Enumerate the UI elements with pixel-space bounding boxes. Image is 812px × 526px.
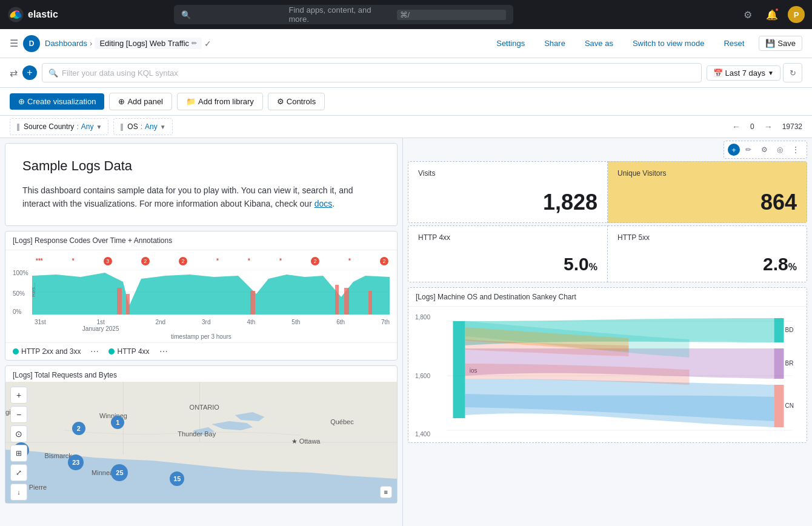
- date-range-button[interactable]: 📅 Last 7 days ▼: [707, 65, 780, 81]
- os-pipe: ‖: [120, 122, 124, 131]
- annotation-8: *: [279, 258, 282, 264]
- widget-add-icon[interactable]: +: [728, 144, 740, 156]
- sankey-title: [Logs] Machine OS and Destination Sankey…: [408, 288, 807, 307]
- reset-bearing-button[interactable]: ⊙: [10, 425, 27, 442]
- add-panel-button[interactable]: ⊕ Add panel: [109, 93, 172, 110]
- intro-body: This dashboard contains sample data for …: [22, 184, 380, 211]
- annotation-6: *: [216, 258, 219, 264]
- y-label-50: 50%: [13, 290, 30, 297]
- check-icon[interactable]: ✓: [204, 39, 211, 48]
- x-label-2nd: 2nd: [155, 319, 165, 332]
- library-icon: 📁: [186, 97, 196, 106]
- add-filter-button[interactable]: +: [22, 65, 37, 80]
- legend-more-4xx[interactable]: ⋯: [159, 347, 168, 356]
- pin-button[interactable]: ↓: [10, 484, 27, 501]
- svg-rect-11: [335, 285, 339, 315]
- svg-rect-12: [344, 288, 349, 315]
- svg-text:Res...: Res...: [32, 282, 36, 297]
- kql-placeholder: Filter your data using KQL syntax: [62, 68, 178, 78]
- breadcrumb-bar: ☰ D Dashboards › Editing [Logs] Web Traf…: [0, 29, 812, 58]
- cluster-25[interactable]: 25: [111, 464, 128, 481]
- x-label-5th: 5th: [291, 319, 300, 332]
- kql-search-input[interactable]: 🔍 Filter your data using KQL syntax: [42, 63, 702, 82]
- elastic-logo[interactable]: elastic: [7, 6, 58, 23]
- timestamp-label: timestamp per 3 hours: [13, 332, 390, 342]
- zoom-out-button[interactable]: −: [10, 406, 27, 423]
- legend-more-2xx[interactable]: ⋯: [90, 347, 99, 356]
- save-button[interactable]: 💾 Save: [759, 36, 802, 51]
- prev-page-arrow[interactable]: ←: [732, 122, 740, 132]
- response-chart-svg: Res...: [32, 270, 390, 315]
- save-icon: 💾: [765, 39, 775, 48]
- global-search[interactable]: 🔍 Find apps, content, and more. ⌘/: [174, 5, 513, 24]
- breadcrumb-dashboards[interactable]: Dashboards: [45, 39, 87, 48]
- save-as-button[interactable]: Save as: [580, 36, 618, 50]
- annotation-5: 2: [179, 257, 187, 265]
- expand-button[interactable]: ⤢: [10, 464, 27, 481]
- main-content: Sample Logs Data This dashboard contains…: [0, 138, 812, 526]
- legend-dot-4xx: [108, 348, 115, 355]
- chart-area: Res...: [32, 270, 390, 315]
- visits-value: 1,828: [418, 178, 597, 215]
- response-codes-widget: [Logs] Response Codes Over Time + Annota…: [5, 231, 398, 361]
- docs-link[interactable]: docs: [314, 199, 333, 208]
- annotation-4: 2: [141, 257, 150, 265]
- legend-label-2xx: HTTP 2xx and 3xx: [21, 347, 81, 356]
- legend-dot-2xx: [13, 348, 19, 355]
- settings-button[interactable]: Settings: [491, 36, 530, 50]
- map-legend-toggle[interactable]: ≡: [380, 486, 392, 498]
- chart-wrapper: 100% 50% 0%: [13, 267, 390, 318]
- refresh-button[interactable]: ↻: [783, 63, 802, 82]
- legend-http2xx: HTTP 2xx and 3xx: [13, 347, 81, 356]
- sankey-y-axis: 1,800 1,600 1,400: [408, 309, 433, 442]
- filter-bar: ⇄ + 🔍 Filter your data using KQL syntax …: [0, 58, 812, 88]
- controls-button[interactable]: ⚙ Controls: [268, 93, 325, 110]
- plus-circle-icon: ⊕: [18, 97, 25, 106]
- zoom-in-button[interactable]: +: [10, 387, 27, 404]
- create-visualization-button[interactable]: ⊕ Create visualization: [10, 93, 104, 110]
- svg-rect-28: [774, 385, 784, 427]
- filter-toggle-icon[interactable]: ⇄: [10, 67, 18, 79]
- settings-icon[interactable]: ⚙: [739, 6, 756, 23]
- widget-more-icon[interactable]: ⋮: [788, 142, 803, 157]
- sankey-y-1800: 1,800: [411, 314, 430, 321]
- switch-mode-button[interactable]: Switch to view mode: [628, 36, 710, 50]
- calendar-icon: 📅: [713, 68, 723, 78]
- x-label-7th: 7th: [381, 319, 390, 332]
- svg-rect-22: [453, 321, 465, 418]
- source-country-filter[interactable]: ‖ Source Country : Any ▼: [10, 118, 108, 135]
- logo-text: elastic: [28, 9, 58, 20]
- reset-button[interactable]: Reset: [719, 36, 749, 50]
- add-from-library-button[interactable]: 📁 Add from library: [177, 93, 263, 110]
- edit-title-icon[interactable]: ✏: [191, 39, 197, 47]
- cluster-2[interactable]: 2: [72, 422, 85, 435]
- cluster-15[interactable]: 15: [170, 471, 184, 486]
- breadcrumb-actions: Settings Share Save as Switch to view mo…: [491, 36, 802, 51]
- intro-title: Sample Logs Data: [22, 158, 380, 174]
- widget-inspect-icon[interactable]: ◎: [773, 142, 787, 157]
- share-button[interactable]: Share: [539, 36, 570, 50]
- sankey-svg: ios BD BR CN: [433, 309, 807, 442]
- svg-rect-10: [250, 291, 255, 315]
- cluster-23[interactable]: 23: [68, 454, 84, 470]
- svg-rect-24: [774, 318, 784, 342]
- page-current: 0: [750, 122, 754, 131]
- page-arrow-right[interactable]: →: [764, 122, 773, 132]
- http4xx-widget: HTTP 4xx 5.0%: [408, 225, 608, 282]
- notifications-icon[interactable]: 🔔: [764, 6, 780, 23]
- left-panel: Sample Logs Data This dashboard contains…: [0, 138, 403, 526]
- hamburger-menu[interactable]: ☰: [10, 38, 18, 49]
- http5xx-widget: HTTP 5xx 2.8%: [608, 225, 807, 282]
- widget-gear-icon[interactable]: ⚙: [757, 142, 771, 157]
- crosshair-button[interactable]: ⊞: [10, 445, 27, 462]
- user-avatar[interactable]: P: [788, 6, 805, 23]
- http4xx-value: 5.0%: [418, 242, 597, 275]
- legend-http4xx: HTTP 4xx: [108, 347, 149, 356]
- x-axis-labels: 31st 1stJanuary 2025 2nd 3rd 4th 5th 6th…: [13, 318, 390, 332]
- chart-legend: HTTP 2xx and 3xx ⋯ HTTP 4xx ⋯: [5, 342, 397, 360]
- svg-rect-9: [126, 294, 130, 315]
- http5xx-value: 2.8%: [617, 242, 797, 275]
- add-panel-icon: ⊕: [118, 97, 125, 106]
- os-filter[interactable]: ‖ OS : Any ▼: [113, 118, 172, 135]
- widget-edit-icon[interactable]: ✏: [741, 142, 756, 157]
